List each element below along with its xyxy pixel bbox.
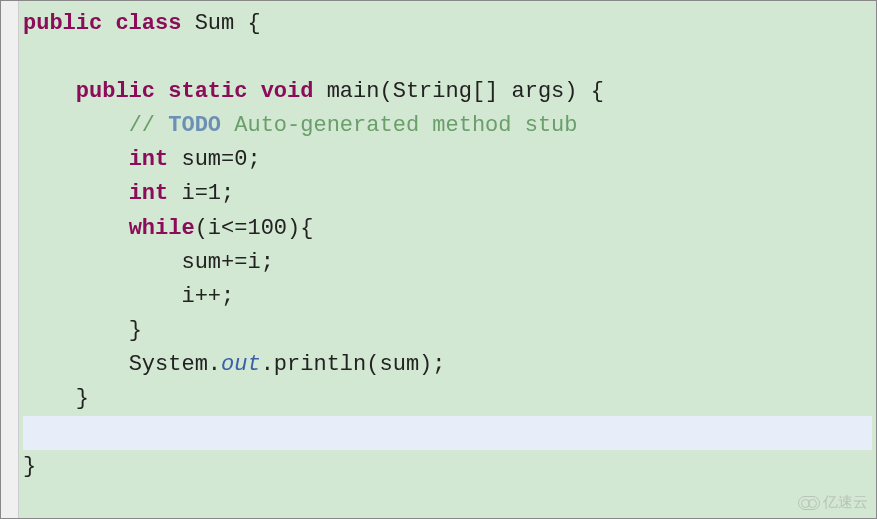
comment-text: Auto-generated method stub xyxy=(221,113,577,138)
code-line: sum+=i; xyxy=(23,246,872,280)
static-field-out: out xyxy=(221,352,261,377)
brace-open: { xyxy=(234,11,260,36)
code-line: int sum=0; xyxy=(23,143,872,177)
code-line: while(i<=100){ xyxy=(23,212,872,246)
code-line: } xyxy=(23,450,872,484)
statement: sum=0; xyxy=(168,147,260,172)
statement: i=1; xyxy=(168,181,234,206)
brace-close: } xyxy=(76,386,89,411)
watermark: 亿速云 xyxy=(798,493,868,512)
keyword-int: int xyxy=(129,181,169,206)
code-line: public class Sum { xyxy=(23,7,872,41)
keyword-void: void xyxy=(261,79,314,104)
class-name: Sum xyxy=(195,11,235,36)
todo-tag: TODO xyxy=(168,113,221,138)
code-line: } xyxy=(23,314,872,348)
code-line: } xyxy=(23,382,872,416)
code-line-comment: // TODO Auto-generated method stub xyxy=(23,109,872,143)
code-line: i++; xyxy=(23,280,872,314)
keyword-while: while xyxy=(129,216,195,241)
code-line: System.out.println(sum); xyxy=(23,348,872,382)
brace-close: } xyxy=(129,318,142,343)
keyword-public: public xyxy=(23,11,102,36)
statement: sum+=i; xyxy=(181,250,273,275)
code-line: int i=1; xyxy=(23,177,872,211)
brace-close: } xyxy=(23,454,36,479)
gutter xyxy=(1,1,19,518)
statement: i++; xyxy=(181,284,234,309)
code-line-current xyxy=(23,416,872,450)
code-line-blank xyxy=(23,41,872,75)
method-signature: main(String[] args) { xyxy=(313,79,603,104)
watermark-text: 亿速云 xyxy=(823,493,868,512)
keyword-int: int xyxy=(129,147,169,172)
system-ref: System. xyxy=(129,352,221,377)
while-condition: (i<=100){ xyxy=(195,216,314,241)
keyword-static: static xyxy=(168,79,247,104)
code-line: public static void main(String[] args) { xyxy=(23,75,872,109)
keyword-public: public xyxy=(76,79,155,104)
code-editor[interactable]: public class Sum { public static void ma… xyxy=(19,1,876,518)
println-call: .println(sum); xyxy=(261,352,446,377)
comment-marker: // xyxy=(129,113,169,138)
watermark-icon xyxy=(798,496,820,510)
keyword-class: class xyxy=(115,11,181,36)
